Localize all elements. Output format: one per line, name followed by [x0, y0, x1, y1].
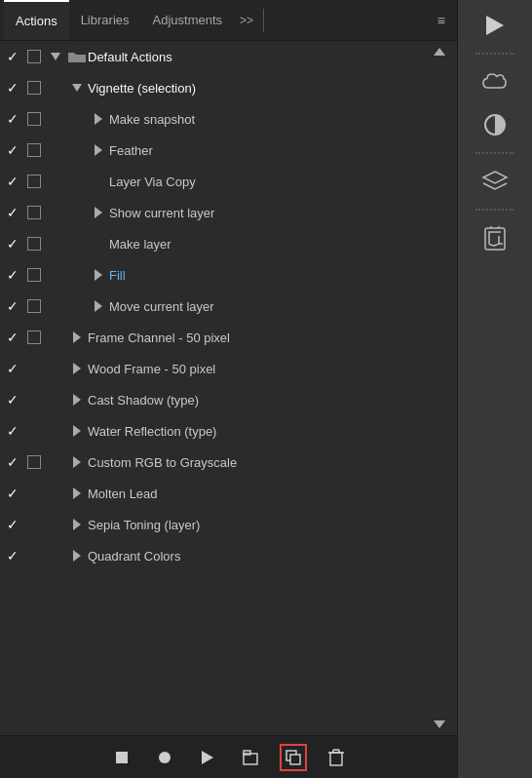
action-row[interactable]: ✓Molten Lead: [0, 478, 457, 509]
action-expand[interactable]: [88, 113, 109, 125]
action-expand[interactable]: [66, 550, 88, 562]
svg-marker-10: [73, 425, 81, 437]
action-row[interactable]: ✓Sepia Toning (layer): [0, 509, 457, 540]
action-row[interactable]: ✓Fill: [0, 259, 457, 291]
action-row[interactable]: ✓Wood Frame - 50 pixel: [0, 353, 457, 384]
action-check: ✓: [2, 236, 23, 252]
scroll-down-indicator: [434, 718, 445, 731]
action-name-label: Quadrant Colors: [88, 549, 455, 564]
action-row[interactable]: ✓Layer Via Copy: [0, 166, 457, 197]
action-check: ✓: [2, 80, 23, 96]
action-expand[interactable]: [66, 425, 88, 437]
action-check: ✓: [2, 423, 23, 439]
side-play-button[interactable]: [470, 6, 520, 45]
svg-marker-8: [73, 363, 81, 374]
action-square: [23, 331, 45, 344]
action-row[interactable]: ✓Default Actions: [0, 41, 457, 72]
action-square: [23, 299, 45, 313]
history-icon: [481, 224, 509, 252]
action-expand[interactable]: [66, 84, 88, 92]
action-check: ✓: [2, 49, 23, 64]
action-square: [23, 206, 45, 219]
bottom-toolbar: [0, 735, 457, 778]
action-square: [23, 455, 45, 469]
play-button[interactable]: [194, 744, 221, 771]
action-name-label: Move current layer: [109, 299, 455, 314]
new-set-button[interactable]: [237, 744, 264, 771]
side-history-button[interactable]: [470, 218, 520, 257]
svg-marker-9: [73, 394, 81, 406]
action-row[interactable]: ✓Frame Channel - 50 pixel: [0, 322, 457, 353]
svg-marker-16: [434, 720, 445, 728]
action-row[interactable]: ✓Make snapshot: [0, 103, 457, 135]
action-expand[interactable]: [88, 207, 109, 218]
svg-marker-14: [73, 550, 81, 562]
tab-divider: [263, 9, 264, 32]
action-row[interactable]: ✓Cast Shadow (type): [0, 384, 457, 415]
play-icon: [202, 751, 213, 764]
action-expand[interactable]: [66, 331, 88, 343]
action-row[interactable]: ✓Quadrant Colors: [0, 540, 457, 571]
svg-marker-1: [72, 84, 82, 92]
svg-marker-27: [483, 172, 507, 183]
tab-actions[interactable]: Actions: [4, 0, 69, 40]
action-name-label: Make snapshot: [109, 112, 455, 127]
action-expand[interactable]: [88, 269, 109, 281]
action-expand[interactable]: [88, 144, 109, 156]
action-expand[interactable]: [66, 456, 88, 468]
action-row[interactable]: ✓Custom RGB to Grayscale: [0, 447, 457, 478]
action-name-label: Layer Via Copy: [109, 175, 455, 189]
actions-list[interactable]: ✓Default Actions✓Vignette (selection)✓Ma…: [0, 41, 457, 735]
action-row[interactable]: ✓Show current layer: [0, 197, 457, 228]
action-row[interactable]: ✓Move current layer: [0, 291, 457, 322]
action-row[interactable]: ✓Make layer: [0, 228, 457, 259]
action-square: [23, 112, 45, 126]
action-square: [23, 143, 45, 157]
svg-marker-7: [73, 331, 81, 343]
side-circle-button[interactable]: [470, 105, 520, 144]
action-check: ✓: [2, 111, 23, 127]
action-square: [23, 50, 45, 63]
side-divider-2: [475, 152, 514, 154]
action-expand[interactable]: [66, 519, 88, 530]
side-cloud-button[interactable]: [470, 62, 520, 101]
delete-button[interactable]: [323, 744, 350, 771]
action-name-label: Custom RGB to Grayscale: [88, 455, 455, 470]
svg-rect-21: [330, 753, 342, 765]
action-expand[interactable]: [66, 487, 88, 499]
action-expand[interactable]: [66, 363, 88, 374]
tab-overflow[interactable]: >>: [234, 14, 259, 27]
action-name-label: Sepia Toning (layer): [88, 518, 455, 532]
action-expand[interactable]: [66, 394, 88, 406]
action-row[interactable]: ✓Feather: [0, 135, 457, 166]
new-set-icon: [243, 750, 258, 765]
stop-button[interactable]: [108, 744, 135, 771]
side-divider-1: [475, 53, 514, 55]
svg-marker-5: [95, 269, 102, 281]
action-check: ✓: [2, 361, 23, 376]
action-row[interactable]: ✓Vignette (selection): [0, 72, 457, 103]
action-check: ✓: [2, 298, 23, 314]
tab-adjustments[interactable]: Adjustments: [141, 0, 235, 40]
record-icon: [159, 752, 171, 763]
side-play-icon: [486, 16, 504, 35]
action-check: ✓: [2, 174, 23, 189]
action-row[interactable]: ✓Water Reflection (type): [0, 415, 457, 447]
action-expand[interactable]: [45, 53, 66, 60]
action-check: ✓: [2, 205, 23, 220]
tab-menu-button[interactable]: ≡: [430, 13, 453, 28]
stop-icon: [116, 752, 128, 763]
side-panel: [458, 0, 532, 778]
side-layers-button[interactable]: [470, 162, 520, 201]
svg-rect-18: [244, 751, 250, 755]
record-button[interactable]: [151, 744, 178, 771]
tab-libraries[interactable]: Libraries: [69, 0, 141, 40]
side-divider-3: [475, 209, 514, 211]
trash-icon: [328, 749, 344, 766]
new-action-button[interactable]: [280, 744, 307, 771]
action-name-label: Vignette (selection): [88, 81, 455, 96]
svg-marker-11: [73, 456, 81, 468]
svg-marker-4: [95, 207, 102, 218]
action-expand[interactable]: [88, 300, 109, 312]
action-square: [23, 81, 45, 95]
